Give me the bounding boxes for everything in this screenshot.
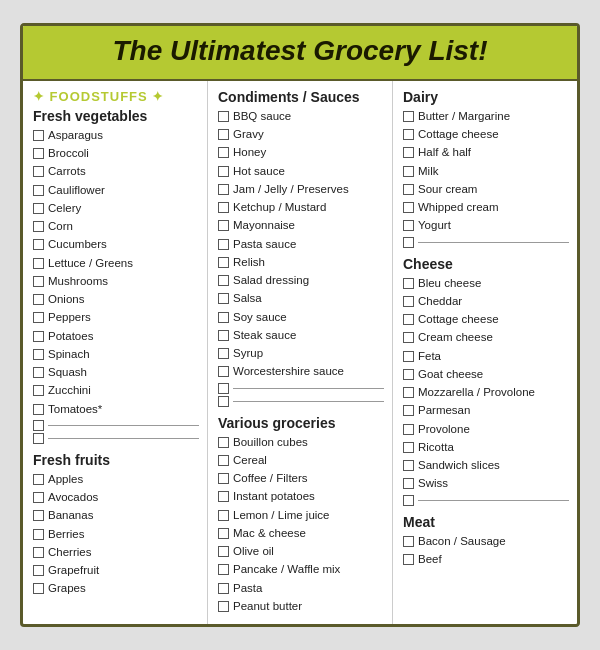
list-item: Relish — [218, 254, 384, 271]
checkbox[interactable] — [33, 474, 44, 485]
checkbox[interactable] — [33, 148, 44, 159]
checkbox[interactable] — [33, 312, 44, 323]
checkbox[interactable] — [218, 293, 229, 304]
checkbox[interactable] — [218, 528, 229, 539]
checkbox[interactable] — [403, 296, 414, 307]
list-item: Half & half — [403, 144, 569, 161]
list-item: Zucchini — [33, 382, 199, 399]
list-item: Potatoes — [33, 328, 199, 345]
checkbox[interactable] — [218, 202, 229, 213]
checkbox[interactable] — [33, 349, 44, 360]
checkbox[interactable] — [403, 369, 414, 380]
checkbox[interactable] — [218, 275, 229, 286]
col-foodstuffs: ✦ FOODSTUFFS ✦ Fresh vegetables Asparagu… — [23, 81, 208, 624]
checkbox[interactable] — [218, 257, 229, 268]
list-item: Lettuce / Greens — [33, 255, 199, 272]
checkbox[interactable] — [218, 220, 229, 231]
checkbox[interactable] — [403, 387, 414, 398]
checkbox[interactable] — [218, 111, 229, 122]
checkbox[interactable] — [218, 312, 229, 323]
checkbox[interactable] — [218, 129, 229, 140]
list-item: Ketchup / Mustard — [218, 199, 384, 216]
checkbox[interactable] — [218, 147, 229, 158]
checkbox[interactable] — [403, 220, 414, 231]
checkbox[interactable] — [33, 166, 44, 177]
checkbox[interactable] — [403, 278, 414, 289]
checkbox[interactable] — [33, 331, 44, 342]
checkbox[interactable] — [403, 166, 414, 177]
checkbox[interactable] — [33, 130, 44, 141]
list-item: Celery — [33, 200, 199, 217]
checkbox[interactable] — [218, 348, 229, 359]
checkbox[interactable] — [403, 405, 414, 416]
blank-line — [33, 420, 199, 431]
checkbox[interactable] — [218, 564, 229, 575]
list-item: Berries — [33, 526, 199, 543]
checkbox[interactable] — [403, 111, 414, 122]
checkbox[interactable] — [403, 478, 414, 489]
checkbox[interactable] — [33, 294, 44, 305]
checkbox[interactable] — [218, 455, 229, 466]
col-dairy: Dairy Butter / Margarine Cottage cheese … — [393, 81, 577, 624]
checkbox[interactable] — [33, 404, 44, 415]
checkbox[interactable] — [33, 276, 44, 287]
checkbox[interactable] — [218, 383, 229, 394]
section-cheese-title: Cheese — [403, 256, 569, 272]
checkbox[interactable] — [33, 258, 44, 269]
checkbox[interactable] — [33, 367, 44, 378]
list-item: Cereal — [218, 452, 384, 469]
checkbox[interactable] — [218, 330, 229, 341]
checkbox[interactable] — [33, 385, 44, 396]
checkbox[interactable] — [218, 184, 229, 195]
checkbox[interactable] — [33, 203, 44, 214]
checkbox[interactable] — [218, 601, 229, 612]
list-item: Bananas — [33, 507, 199, 524]
checkbox[interactable] — [218, 366, 229, 377]
checkbox[interactable] — [218, 437, 229, 448]
checkbox[interactable] — [33, 185, 44, 196]
checkbox[interactable] — [33, 433, 44, 444]
checkbox[interactable] — [33, 583, 44, 594]
checkbox[interactable] — [218, 491, 229, 502]
list-item: Onions — [33, 291, 199, 308]
checkbox[interactable] — [33, 529, 44, 540]
checkbox[interactable] — [33, 239, 44, 250]
section-meat-title: Meat — [403, 514, 569, 530]
list-item: Pancake / Waffle mix — [218, 561, 384, 578]
checkbox[interactable] — [33, 547, 44, 558]
checkbox[interactable] — [33, 420, 44, 431]
list-item: Cream cheese — [403, 329, 569, 346]
section-dairy-title: Dairy — [403, 89, 569, 105]
checkbox[interactable] — [218, 166, 229, 177]
checkbox[interactable] — [33, 492, 44, 503]
checkbox[interactable] — [218, 473, 229, 484]
checkbox[interactable] — [403, 332, 414, 343]
checkbox[interactable] — [403, 442, 414, 453]
list-item: Mozzarella / Provolone — [403, 384, 569, 401]
checkbox[interactable] — [403, 147, 414, 158]
checkbox[interactable] — [403, 495, 414, 506]
checkbox[interactable] — [33, 565, 44, 576]
checkbox[interactable] — [403, 536, 414, 547]
checkbox[interactable] — [218, 510, 229, 521]
checkbox[interactable] — [403, 424, 414, 435]
checkbox[interactable] — [403, 554, 414, 565]
checkbox[interactable] — [218, 546, 229, 557]
checkbox[interactable] — [403, 237, 414, 248]
checkbox[interactable] — [403, 351, 414, 362]
list-item: Cucumbers — [33, 236, 199, 253]
checkbox[interactable] — [218, 396, 229, 407]
checkbox[interactable] — [218, 583, 229, 594]
checkbox[interactable] — [403, 184, 414, 195]
checkbox[interactable] — [403, 129, 414, 140]
checkbox[interactable] — [33, 221, 44, 232]
list-item: Hot sauce — [218, 163, 384, 180]
checkbox[interactable] — [403, 460, 414, 471]
blank-line — [33, 433, 199, 444]
list-item: Mushrooms — [33, 273, 199, 290]
checkbox[interactable] — [33, 510, 44, 521]
list-item: Asparagus — [33, 127, 199, 144]
checkbox[interactable] — [403, 202, 414, 213]
checkbox[interactable] — [403, 314, 414, 325]
checkbox[interactable] — [218, 239, 229, 250]
